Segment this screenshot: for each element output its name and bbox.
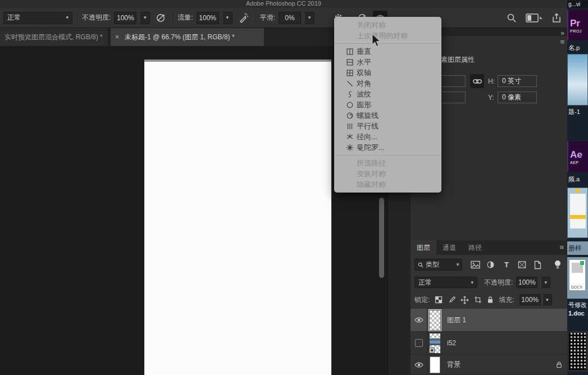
filter-adjustment-layers-button[interactable]: [485, 259, 497, 271]
background-window-strip: g...vi Pr PROJ 名.p 题-1 Ae AEP 频.a 册样 DOC…: [567, 0, 588, 375]
tab-channels[interactable]: 通道: [436, 240, 462, 255]
document-tab-active[interactable]: × 未标题-1 @ 66.7% (图层 1, RGB/8) *: [111, 28, 264, 46]
menu-separator: [335, 43, 441, 44]
menu-separator: [335, 155, 441, 156]
menu-item-label: 水平: [357, 58, 371, 66]
filter-smart-objects-button[interactable]: [531, 259, 544, 271]
panel-menu-icon[interactable]: ≡: [560, 38, 564, 45]
menu-item-label: 螺旋线: [357, 111, 379, 120]
ae-badge: Ae: [570, 149, 582, 161]
menu-item-hide-symmetry: 隐藏对称: [334, 179, 441, 190]
menu-item-mandala[interactable]: 曼陀罗...: [334, 142, 441, 153]
opacity-dropdown-button[interactable]: ▾: [140, 12, 150, 24]
lock-position-icon[interactable]: [461, 296, 469, 304]
search-icon: [418, 262, 423, 268]
menu-item-diagonal[interactable]: 对角: [334, 78, 441, 89]
layer-visibility-toggle[interactable]: [411, 332, 427, 355]
layer-thumbnail[interactable]: [430, 356, 440, 373]
layers-lock-row: 锁定: 填充:: [411, 292, 568, 307]
layer-thumbnail[interactable]: [430, 310, 440, 330]
symmetry-spiral-icon: [346, 112, 354, 120]
layer-blend-mode-select[interactable]: 正常 ▾: [414, 277, 477, 288]
blend-mode-select[interactable]: 正常 ▾: [3, 12, 72, 24]
document-tab-inactive[interactable]: 实时预览图层混合模式, RGB/8) *: [0, 28, 107, 46]
docx-thumbnail: DOCX: [567, 257, 588, 299]
menu-item-parallel-lines[interactable]: 平行线: [334, 121, 441, 131]
y-value: 0 像素: [502, 93, 521, 102]
layer-opacity-dropdown[interactable]: ▾: [541, 277, 550, 288]
layers-filter-row: 类型 ▾: [411, 257, 568, 272]
layer-row[interactable]: 图层 1: [411, 309, 568, 332]
thumbnail-card: [570, 194, 586, 228]
filter-type-layers-button[interactable]: T: [500, 259, 513, 271]
symmetry-dual-axis-icon: [346, 69, 354, 77]
type-icon: T: [503, 260, 510, 269]
tab-layers[interactable]: 图层: [411, 240, 436, 255]
opacity-value: 100%: [117, 14, 134, 22]
layer-row[interactable]: ▣ i52: [411, 332, 568, 355]
layer-name[interactable]: 背景: [447, 360, 461, 369]
chevron-down-icon: ▾: [457, 262, 459, 267]
link-dimensions-button[interactable]: [470, 74, 484, 88]
menu-item-dual-axis[interactable]: 双轴: [334, 67, 441, 78]
symmetry-mandala-icon: [346, 144, 354, 152]
height-field[interactable]: 0 英寸: [498, 75, 537, 87]
opacity-input[interactable]: 100%: [114, 12, 136, 24]
divider: [255, 11, 256, 25]
menu-item-circle[interactable]: 圆形: [334, 99, 441, 110]
docx-badge-dot: [580, 261, 584, 265]
airbrush-button[interactable]: [236, 11, 250, 25]
smoothing-dropdown-button[interactable]: ▾: [304, 12, 314, 24]
tab-paths[interactable]: 路径: [462, 240, 488, 255]
layer-row[interactable]: 背景: [411, 355, 568, 375]
layer-name[interactable]: 图层 1: [447, 315, 466, 325]
search-button[interactable]: [504, 11, 519, 25]
menu-item-vertical[interactable]: 垂直: [334, 46, 441, 57]
layers-panel-menu-icon[interactable]: ≡: [555, 240, 568, 255]
layer-opacity-input[interactable]: 100%: [516, 277, 537, 288]
file-thumbnail: [567, 188, 588, 238]
layer-name[interactable]: i52: [447, 339, 456, 347]
layer-thumbnail[interactable]: ▣: [430, 333, 440, 353]
layers-panel: 图层 通道 路径 ≡ 类型 ▾: [411, 240, 568, 375]
menu-item-label: 波纹: [357, 90, 371, 98]
adjustment-icon: [486, 260, 495, 269]
lock-all-icon[interactable]: [487, 296, 494, 304]
workspace-switcher-button[interactable]: [525, 11, 544, 25]
divider: [77, 11, 78, 25]
menu-item-radial[interactable]: 径向...: [334, 131, 441, 142]
filter-shape-layers-button[interactable]: [516, 259, 528, 271]
opacity-label: 不透明度:: [82, 13, 111, 22]
symmetry-horizontal-icon: [346, 58, 354, 66]
eye-icon: [414, 362, 423, 368]
lock-transparency-icon[interactable]: [435, 296, 443, 304]
lock-artboard-icon[interactable]: [474, 296, 482, 304]
opacity-pressure-button[interactable]: [153, 11, 168, 25]
toggle-pin-icon: [554, 260, 562, 270]
smoothing-input[interactable]: 0%: [279, 12, 301, 24]
menu-item-horizontal[interactable]: 水平: [334, 57, 441, 67]
flow-dropdown-button[interactable]: ▾: [222, 12, 233, 24]
layer-fill-dropdown[interactable]: ▾: [543, 294, 552, 305]
lock-paint-icon[interactable]: [448, 296, 455, 304]
filter-toggle-switch[interactable]: [551, 259, 564, 271]
chevron-down-icon: ▾: [66, 15, 69, 20]
layer-locked-indicator: [556, 361, 562, 368]
flow-input[interactable]: 100%: [197, 12, 219, 24]
file-label: 册样: [567, 241, 588, 255]
close-icon[interactable]: ×: [115, 33, 119, 41]
filter-pixel-layers-button[interactable]: [469, 259, 481, 271]
share-button[interactable]: [549, 11, 564, 25]
layer-filter-select[interactable]: 类型 ▾: [414, 259, 462, 271]
menu-item-label: 圆形: [357, 100, 371, 109]
y-field[interactable]: 0 像素: [498, 92, 537, 103]
symmetry-vertical-icon: [346, 48, 354, 56]
layer-fill-input[interactable]: 100%: [519, 294, 541, 305]
menu-item-spiral[interactable]: 螺旋线: [334, 110, 441, 121]
layer-visibility-toggle[interactable]: [411, 355, 427, 375]
document-canvas[interactable]: [144, 62, 331, 375]
menu-item-wavy[interactable]: 波纹: [334, 89, 441, 99]
smoothing-value: 0%: [285, 14, 294, 22]
canvas-vertical-scrollbar[interactable]: [379, 198, 384, 278]
layer-visibility-toggle[interactable]: [411, 309, 427, 332]
